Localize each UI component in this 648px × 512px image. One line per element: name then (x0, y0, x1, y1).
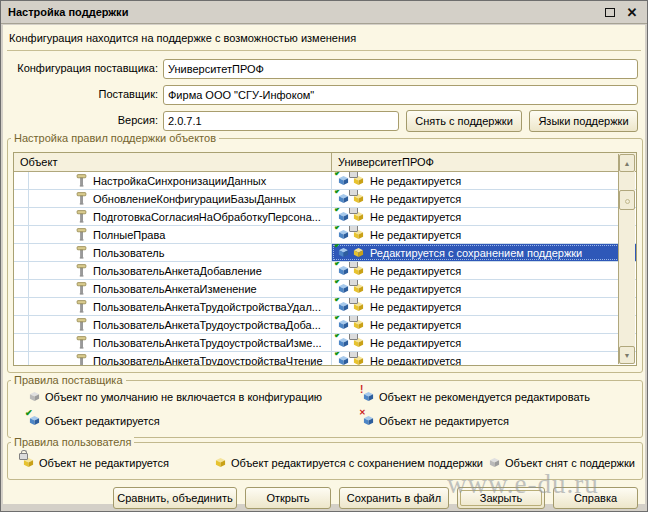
close-icon: ✕ (627, 6, 638, 19)
blue-cube-check-icon: ✔ (338, 337, 349, 348)
remove-support-button[interactable]: Снять с поддержки (406, 110, 522, 132)
role-key-icon (76, 264, 87, 277)
table-header: Объект УниверситетПРОФ (14, 153, 636, 172)
role-key-icon (76, 300, 87, 313)
yellow-cube-lock-icon (353, 319, 364, 330)
blue-cube-check-icon: ✔ (338, 193, 349, 204)
vendor-input[interactable] (163, 85, 638, 105)
blue-cube-check-icon: ✔ (338, 265, 349, 276)
role-key-icon (76, 228, 87, 241)
role-key-icon (76, 318, 87, 331)
window-title: Настройка поддержки (8, 6, 596, 18)
column-header-config[interactable]: УниверситетПРОФ (332, 153, 636, 171)
object-name: ПользовательАнкетаТрудоустройстваЧтение (93, 355, 323, 366)
table-row[interactable]: ПользовательАнкетаТрудойстройстваУдал...… (14, 298, 636, 316)
blue-cube-check-icon: ✔ (338, 355, 349, 365)
role-key-icon (76, 282, 87, 295)
table-row[interactable]: ПодготовкаСогласияНаОбработкуПерсона... … (14, 208, 636, 226)
legend-item: ✔ Объект редактируется (27, 414, 160, 427)
legend-item: Объект не редактируется (21, 456, 169, 469)
object-name: Пользователь (93, 247, 164, 259)
scrollbar-down-button[interactable]: ▼ (619, 346, 635, 364)
object-name: ПользовательАнкетаТрудоустройстваИзме... (93, 337, 322, 349)
legend-item: Объект редактируется с сохранением подде… (213, 456, 483, 469)
yellow-cube-lock-icon (353, 355, 364, 365)
maximize-icon (605, 8, 615, 17)
yellow-cube-lock-icon (353, 337, 364, 348)
table-row[interactable]: ПользовательАнкетаИзменение ✔Не редактир… (14, 280, 636, 298)
column-header-object[interactable]: Объект (14, 153, 332, 171)
titlebar[interactable]: Настройка поддержки ✕ (1, 1, 647, 24)
vendor-rules-group-title: Правила поставщика (11, 374, 126, 386)
blue-cube-check-icon: ✔ (338, 175, 349, 186)
object-name: НастройкаСинхронизацииДанных (93, 175, 266, 187)
legend-item: Объект по умолчанию не включается в конф… (27, 390, 322, 403)
legend-text: Объект снят с поддержки (505, 457, 635, 469)
support-status: Редактируется с сохранением поддержки (370, 247, 582, 259)
object-name: ПолныеПрава (93, 229, 165, 241)
legend-text: Объект редактируется с сохранением подде… (231, 457, 483, 469)
yellow-cube-lock-icon (23, 457, 34, 468)
legend-text: Объект редактируется (45, 415, 160, 427)
scrollbar-up-button[interactable]: ▲ (619, 154, 635, 172)
table-row[interactable]: ПользовательАнкетаДобавление ✔Не редакти… (14, 262, 636, 280)
role-key-icon (76, 192, 87, 205)
support-status: Не редактируется (370, 211, 461, 223)
object-rules-group-title: Настройка правил поддержки объектов (11, 132, 219, 144)
scrollbar-thumb[interactable] (619, 190, 635, 210)
yellow-cube-lock-icon (353, 283, 364, 294)
save-to-file-button[interactable]: Сохранить в файл (339, 487, 449, 509)
help-button[interactable]: Справка (553, 487, 638, 509)
support-status: Не редактируется (370, 319, 461, 331)
yellow-cube-lock-icon (353, 175, 364, 186)
role-key-icon (76, 354, 87, 365)
table-row[interactable]: ОбновлениеКонфигурацииБазыДанных ✔Не ред… (14, 190, 636, 208)
maximize-button[interactable] (602, 5, 618, 20)
table-row-selected[interactable]: Пользователь ✔Редактируется с сохранение… (14, 244, 636, 262)
table-vertical-scrollbar[interactable]: ▲ ▼ (618, 154, 635, 364)
support-status: Не редактируется (370, 355, 461, 366)
object-name: ПользовательАнкетаДобавление (93, 265, 262, 277)
legend-text: Объект по умолчанию не включается в конф… (45, 391, 322, 403)
blue-cube-check-icon: ✔ (338, 283, 349, 294)
blue-cube-check-icon: ✔ (338, 301, 349, 312)
vendor-config-input[interactable] (163, 59, 638, 79)
role-key-icon (76, 336, 87, 349)
support-status: Не редактируется (370, 265, 461, 277)
separator (7, 50, 641, 51)
legend-text: Объект не редактируется (379, 415, 509, 427)
compare-merge-button[interactable]: Сравнить, объединить (113, 487, 237, 509)
blue-cube-check-icon: ✔ (338, 229, 349, 240)
table-row[interactable]: ПолныеПрава ✔Не редактируется (14, 226, 636, 244)
version-label: Версия: (1, 114, 158, 126)
user-rules-group-title: Правила пользователя (11, 436, 134, 448)
yellow-cube-lock-icon (353, 265, 364, 276)
blue-cube-warning-icon: ! (363, 391, 374, 402)
blue-cube-check-icon: ✔ (338, 247, 349, 258)
table-row[interactable]: НастройкаСинхронизацииДанных ✔Не редакти… (14, 172, 636, 190)
support-status: Не редактируется (370, 337, 461, 349)
close-dialog-button[interactable]: Закрыть (457, 487, 545, 509)
support-status: Не редактируется (370, 175, 461, 187)
support-languages-button[interactable]: Языки поддержки (529, 110, 638, 132)
legend-text: Объект не редактируется (39, 457, 169, 469)
blue-cube-cross-icon: ✕ (363, 415, 374, 426)
yellow-cube-lock-icon (353, 211, 364, 222)
table-row[interactable]: ПользовательАнкетаТрудоустройстваДоба...… (14, 316, 636, 334)
legend-item: Объект снят с поддержки (487, 456, 635, 469)
table-row[interactable]: ПользовательАнкетаТрудоустройстваЧтение … (14, 352, 636, 365)
version-input[interactable] (163, 111, 399, 131)
close-button[interactable]: ✕ (624, 5, 640, 20)
legend-item: ! Объект не рекомендуется редактировать (361, 390, 590, 403)
support-status: Не редактируется (370, 301, 461, 313)
table-row[interactable]: ПользовательАнкетаТрудоустройстваИзме...… (14, 334, 636, 352)
yellow-cube-icon (353, 247, 364, 258)
object-name: ПользовательАнкетаТрудоустройстваДоба... (93, 319, 321, 331)
yellow-cube-lock-icon (353, 193, 364, 204)
object-name: ОбновлениеКонфигурацииБазыДанных (93, 193, 296, 205)
object-name: ПользовательАнкетаИзменение (93, 283, 257, 295)
yellow-cube-lock-icon (353, 301, 364, 312)
legend-text: Объект не рекомендуется редактировать (379, 391, 590, 403)
open-button[interactable]: Открыть (245, 487, 331, 509)
yellow-cube-lock-icon (353, 229, 364, 240)
